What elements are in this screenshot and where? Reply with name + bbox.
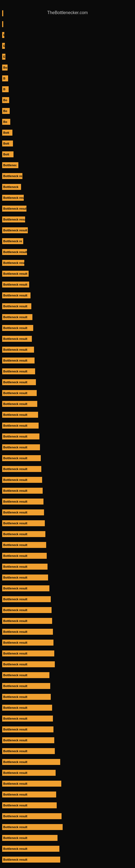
bar-row: E [2, 53, 5, 61]
bar: Bottleneck result [2, 759, 60, 765]
bar: Bott [2, 130, 12, 135]
bar-row: Bottleneck result [2, 671, 49, 679]
bar-row: Bottleneck result [2, 574, 48, 581]
bar-row: Bottleneck result [2, 617, 52, 625]
bar: Bottleneck result [2, 358, 35, 364]
bar: Bottleneck result [2, 585, 49, 591]
bar: Bottleneck result [2, 846, 59, 852]
bar-row: Bottleneck result [2, 422, 39, 429]
bar: Bottleneck result [2, 770, 56, 776]
bar: Bo [2, 108, 10, 114]
bar-row: Bottleneck result [2, 693, 51, 701]
bar-row: Bottleneck result [2, 281, 29, 288]
bar-row: Bottleneck res [2, 172, 22, 180]
bar: Bottleneck result [2, 520, 45, 526]
bar: Bottleneck result [2, 542, 46, 548]
bar-row: Bottleneck result [2, 248, 27, 256]
bar: Bo [2, 119, 10, 125]
bar-row: Bottlenec [2, 161, 18, 169]
bar-row: Bottleneck result [2, 346, 34, 353]
bar-row: E [2, 42, 5, 50]
bar-row: Bottleneck result [2, 303, 31, 310]
bar-row: Bottleneck result [2, 802, 57, 809]
bar: Bottleneck res [2, 173, 22, 179]
bar-row: Bottleneck result [2, 270, 29, 278]
bar-row: Bottleneck result [2, 856, 60, 863]
bar: Bottleneck result [2, 336, 32, 342]
bar-row: Bottleneck result [2, 704, 52, 712]
bar: Bottleneck result [2, 282, 29, 287]
bar-row: Bott [2, 151, 13, 158]
bar-row: Bott [2, 140, 13, 147]
bar-row: Bo [2, 118, 10, 126]
bar: Bott [2, 141, 13, 147]
bar-row: Bottleneck result [2, 737, 54, 744]
bar-row: Bottleneck result [2, 791, 56, 798]
bar: Bottleneck result [2, 314, 32, 320]
bar-row: Bottleneck result [2, 660, 55, 668]
bar: Bottleneck result [2, 509, 44, 516]
bar-row: Bottleneck result [2, 400, 37, 408]
bar-row: E [2, 31, 4, 39]
bar-row: Bottleneck result [2, 639, 53, 646]
bar: Bottleneck result [2, 564, 48, 569]
bar: Bottleneck result [2, 802, 57, 808]
bar-row: Bottleneck resu [2, 259, 24, 267]
bar: Bottleneck result [2, 553, 47, 559]
bar-row: Bottleneck result [2, 595, 51, 603]
bar: Bottleneck result [2, 683, 50, 689]
bar-row: Bottleneck result [2, 465, 41, 473]
bar-row: Bottleneck result [2, 823, 63, 831]
bar: Bottleneck result [2, 379, 36, 385]
bar-row: Bottleneck result [2, 682, 50, 690]
bar-row: Bottleneck result [2, 715, 53, 722]
site-title: TheBottlenecker.com [0, 8, 135, 16]
bar-row: Bottleneck result [2, 508, 44, 516]
bar-row: Bottleneck result [2, 411, 38, 418]
bar: Bottleneck result [2, 629, 53, 635]
bar-row: Bottleneck result [2, 563, 48, 570]
bar-row: Bottleneck result [2, 226, 28, 234]
bar: Bottleneck resu [2, 195, 24, 201]
bar-row: Bo [2, 64, 8, 71]
bar: B [2, 86, 9, 92]
bar-row: Bottleneck resu [2, 216, 25, 223]
bar-row: Bottleneck result [2, 357, 35, 364]
bar: Bottleneck result [2, 444, 40, 450]
bar-row: Bottleneck [2, 183, 21, 191]
bar: Bottleneck result [2, 368, 35, 374]
bar-row: Bottleneck result [2, 324, 33, 332]
bar-row: Bottleneck result [2, 498, 43, 505]
bar-row: Bottleneck result [2, 769, 56, 777]
bar: Bott [2, 151, 13, 157]
bar: Bottleneck result [2, 292, 31, 299]
bar-row: Bottleneck result [2, 487, 43, 495]
bar: Bottleneck result [2, 640, 53, 646]
bar-row: Bottleneck result [2, 454, 41, 462]
bar-row: B [2, 74, 8, 82]
bar: Bottlenec [2, 162, 18, 168]
bar: Bottleneck result [2, 455, 41, 461]
bar-row: Bottleneck result [2, 845, 59, 852]
bar: Bottleneck result [2, 325, 33, 331]
bar-row: Bottleneck result [2, 758, 60, 766]
bar: Bottleneck result [2, 607, 52, 613]
chart-area: TheBottlenecker.com EEEBoBBBoBoBoBottBot… [0, 0, 135, 868]
bar-row: Bottleneck result [2, 650, 54, 657]
bar-row: Bottleneck result [2, 335, 32, 343]
bar-row: Bottleneck result [2, 520, 45, 527]
bar-row: Bottleneck result [2, 389, 37, 397]
bar-row [2, 20, 3, 28]
bar: Bottleneck result [2, 737, 54, 743]
bar: Bottleneck result [2, 575, 48, 581]
bar-row: Bottleneck result [2, 433, 39, 440]
bar: Bottleneck result [2, 423, 39, 429]
bar: Bottleneck result [2, 206, 27, 212]
bar: E [2, 32, 4, 38]
bar: Bottleneck result [2, 726, 53, 733]
bar-row: Bottleneck result [2, 585, 49, 592]
bar: Bottleneck result [2, 824, 63, 830]
bar [2, 21, 3, 27]
bar: Bottleneck result [2, 596, 51, 602]
bar-row: Bottleneck result [2, 606, 52, 614]
